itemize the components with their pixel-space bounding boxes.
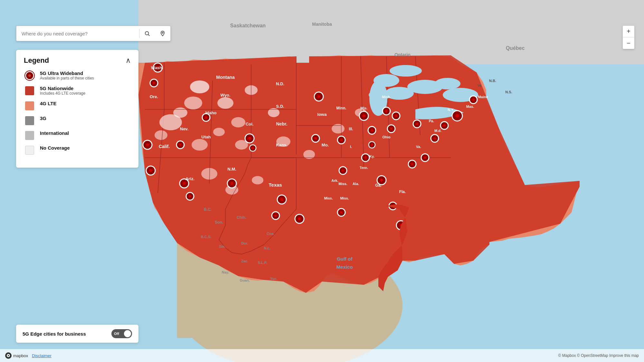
svg-point-23 bbox=[252, 176, 263, 184]
intl-icon bbox=[24, 131, 35, 140]
svg-text:Pa.: Pa. bbox=[429, 119, 434, 123]
svg-text:Kans.: Kans. bbox=[276, 143, 287, 147]
svg-point-74 bbox=[314, 137, 317, 140]
svg-text:Utah: Utah bbox=[202, 135, 211, 139]
svg-point-66 bbox=[230, 182, 233, 185]
svg-point-185 bbox=[8, 355, 9, 356]
svg-point-98 bbox=[424, 156, 426, 159]
svg-rect-4 bbox=[258, 0, 644, 64]
svg-point-84 bbox=[385, 110, 388, 112]
legend-item-international: International bbox=[24, 130, 131, 140]
svg-point-82 bbox=[371, 129, 373, 132]
svg-point-50 bbox=[146, 143, 149, 146]
svg-point-102 bbox=[443, 124, 446, 127]
svg-text:Wash.: Wash. bbox=[151, 65, 163, 70]
svg-point-112 bbox=[340, 211, 343, 214]
svg-text:N.L.: N.L. bbox=[264, 246, 271, 250]
svg-point-92 bbox=[364, 156, 367, 159]
svg-text:Zac.: Zac. bbox=[241, 259, 248, 263]
svg-text:Guan.: Guan. bbox=[240, 278, 250, 282]
map-container[interactable]: Wash. Ore. Calif. Nev. Idaho Utah Ariz. … bbox=[0, 0, 644, 362]
legend-text-nationwide: 5G Nationwide Includes 4G LTE coverage bbox=[40, 86, 85, 96]
legend-header: Legend ∧ bbox=[24, 56, 131, 65]
svg-text:Dur.: Dur. bbox=[241, 241, 248, 245]
svg-text:Mas.: Mas. bbox=[466, 105, 474, 108]
svg-line-182 bbox=[148, 34, 149, 36]
disclaimer-link[interactable]: Disclaimer bbox=[32, 353, 52, 358]
lte-icon bbox=[24, 101, 35, 110]
legend-text-international: International bbox=[40, 130, 69, 136]
svg-text:N.S.: N.S. bbox=[505, 90, 512, 94]
legend-item-no-coverage: No Coverage bbox=[24, 145, 131, 155]
svg-text:Ala.: Ala. bbox=[353, 182, 359, 186]
svg-text:Minn.: Minn. bbox=[336, 106, 346, 110]
svg-text:Nebr.: Nebr. bbox=[276, 121, 287, 126]
svg-text:Fla.: Fla. bbox=[399, 190, 406, 194]
svg-point-86 bbox=[395, 115, 397, 117]
legend-item-lte: 4G LTE bbox=[24, 101, 131, 110]
svg-point-178 bbox=[159, 114, 182, 130]
svg-text:Idaho: Idaho bbox=[205, 110, 217, 115]
legend-text-no-coverage: No Coverage bbox=[40, 145, 70, 151]
svg-text:Montana: Montana bbox=[216, 75, 235, 80]
svg-point-179 bbox=[184, 97, 202, 109]
svg-text:Col.: Col. bbox=[246, 122, 254, 126]
legend-item-nationwide: 5G Nationwide Includes 4G LTE coverage bbox=[24, 86, 131, 96]
svg-point-96 bbox=[411, 163, 413, 165]
svg-text:Coa.: Coa. bbox=[267, 232, 274, 236]
edge-toggle[interactable]: Off bbox=[111, 329, 132, 338]
search-input[interactable] bbox=[16, 31, 139, 36]
toggle-knob bbox=[124, 330, 131, 337]
svg-text:S.L.P.: S.L.P. bbox=[258, 261, 267, 265]
edge-bar: 5G Edge cities for business Off bbox=[16, 325, 138, 343]
legend-item-uwb: 5G Ultra Wideband Available in parts of … bbox=[24, 70, 131, 80]
svg-point-62 bbox=[248, 137, 251, 140]
legend-panel: Legend ∧ 5G Ultra Wideband Available in … bbox=[16, 50, 138, 168]
svg-point-80 bbox=[362, 114, 365, 117]
uwb-icon bbox=[24, 71, 35, 80]
svg-point-181 bbox=[145, 32, 149, 35]
svg-text:S.D.: S.D. bbox=[276, 104, 284, 109]
svg-text:Ill.: Ill. bbox=[349, 127, 353, 131]
svg-text:I.: I. bbox=[350, 145, 352, 149]
svg-text:Mich.: Mich. bbox=[382, 95, 391, 99]
svg-point-88 bbox=[390, 127, 393, 130]
svg-text:Ohio: Ohio bbox=[382, 135, 390, 139]
svg-text:Wis.: Wis. bbox=[360, 106, 368, 110]
legend-text-uwb: 5G Ultra Wideband Available in parts of … bbox=[40, 70, 94, 80]
toggle-off-label: Off bbox=[114, 332, 119, 336]
search-bar[interactable] bbox=[16, 26, 171, 41]
svg-text:Gulf of: Gulf of bbox=[337, 256, 353, 262]
legend-collapse-button[interactable]: ∧ bbox=[126, 56, 131, 65]
svg-text:Texas: Texas bbox=[269, 182, 282, 188]
search-button[interactable] bbox=[139, 26, 155, 41]
svg-text:Mo.: Mo. bbox=[322, 143, 329, 147]
svg-text:Ky.: Ky. bbox=[369, 154, 374, 158]
svg-text:Nev.: Nev. bbox=[180, 126, 189, 131]
svg-text:Miss.: Miss. bbox=[324, 196, 333, 200]
svg-text:N.M.: N.M. bbox=[227, 167, 236, 172]
svg-point-114 bbox=[342, 169, 344, 172]
svg-text:Ga.: Ga. bbox=[375, 183, 381, 188]
svg-point-52 bbox=[149, 169, 152, 172]
svg-point-183 bbox=[162, 32, 163, 33]
svg-point-106 bbox=[472, 98, 475, 101]
svg-point-54 bbox=[183, 182, 186, 185]
svg-text:Wyo.: Wyo. bbox=[221, 93, 231, 97]
legend-item-3g: 3G bbox=[24, 116, 131, 125]
svg-point-58 bbox=[179, 144, 182, 146]
svg-text:Yuc.: Yuc. bbox=[270, 277, 278, 281]
zoom-in-button[interactable]: + bbox=[623, 26, 634, 37]
svg-text:Ark.: Ark. bbox=[331, 179, 338, 182]
svg-point-48 bbox=[153, 82, 155, 84]
svg-text:Maine: Maine bbox=[478, 95, 488, 99]
svg-text:Sin.: Sin. bbox=[219, 245, 225, 248]
location-button[interactable] bbox=[155, 26, 170, 41]
svg-point-42 bbox=[435, 78, 460, 89]
svg-point-78 bbox=[317, 95, 320, 98]
svg-point-68 bbox=[280, 198, 283, 201]
edge-label: 5G Edge cities for business bbox=[23, 331, 86, 337]
svg-point-100 bbox=[433, 137, 436, 140]
svg-text:Québec: Québec bbox=[506, 45, 525, 51]
zoom-out-button[interactable]: − bbox=[623, 37, 634, 49]
